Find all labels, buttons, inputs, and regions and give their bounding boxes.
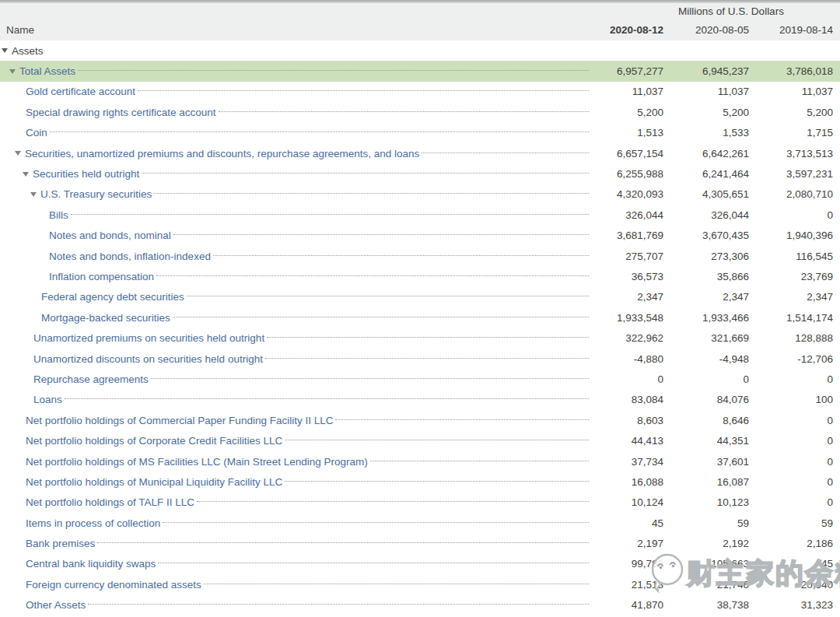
value-cell: 8,646 (663, 415, 749, 426)
value-cell: -12,706 (749, 353, 833, 365)
expander-triangle-icon[interactable] (15, 151, 21, 156)
date-column-header-1: 2020-08-12 (589, 24, 663, 36)
expander-triangle-icon[interactable] (2, 48, 8, 53)
row-label: Bills (49, 209, 68, 221)
row-label: Bank premises (26, 538, 95, 549)
row-name-cell: Securities, unamortized premiums and dis… (0, 148, 589, 160)
value-cell: 16,087 (663, 476, 749, 488)
value-cell: 326,044 (663, 209, 749, 221)
value-cell: 31,323 (749, 599, 833, 611)
row-name-cell: Federal agency debt securities (0, 291, 589, 303)
row-label: Net portfolio holdings of Commercial Pap… (26, 415, 333, 426)
tree-row[interactable]: Securities, unamortized premiums and dis… (0, 143, 840, 163)
dotted-leader (50, 131, 589, 132)
row-label: Notes and bonds, inflation-indexed (49, 251, 211, 262)
table-header: Millions of U.S. Dollars Name 2020-08-12… (0, 3, 840, 40)
tree-row: Repurchase agreements000 (0, 369, 840, 389)
row-label: Items in process of collection (26, 517, 160, 529)
tree-row: Net portfolio holdings of Commercial Pap… (0, 410, 840, 430)
row-name-cell: Foreign currency denominated assets (0, 579, 589, 591)
expander-triangle-icon[interactable] (30, 192, 37, 197)
tree-row[interactable]: Assets (0, 40, 840, 61)
dotted-leader (265, 358, 589, 359)
tree-row: Coin1,5131,5331,715 (0, 123, 840, 143)
value-cell: 45 (749, 558, 833, 570)
expander-triangle-icon[interactable] (9, 69, 16, 74)
value-cell: 83,084 (589, 394, 663, 405)
value-cell: 0 (749, 496, 833, 508)
dotted-leader (97, 542, 589, 543)
value-cell: 2,192 (663, 538, 749, 549)
dotted-leader (151, 378, 589, 379)
row-name-cell: Other Assets (0, 599, 589, 611)
value-cell: 5,200 (589, 107, 663, 118)
value-cell: 3,713,513 (749, 148, 833, 160)
value-cell: 44,413 (589, 435, 663, 447)
row-name-cell: Central bank liquidity swaps (0, 558, 589, 570)
value-cell: 4,305,651 (663, 188, 749, 200)
row-name-cell: Securities held outright (0, 168, 589, 180)
row-label: Unamortized premiums on securities held … (33, 332, 264, 344)
tree-row: Bank premises2,1972,1922,186 (0, 533, 840, 553)
tree-row[interactable]: U.S. Treasury securities4,320,0934,305,6… (0, 184, 840, 205)
value-cell: 6,657,154 (589, 148, 663, 160)
row-label: Notes and bonds, nominal (49, 230, 171, 241)
value-cell: 2,197 (589, 538, 663, 549)
row-name-cell: Loans (0, 394, 589, 405)
expander-triangle-icon[interactable] (23, 172, 29, 177)
tree-row: Unamortized discounts on securities held… (0, 349, 840, 369)
value-cell: 4,320,093 (589, 188, 663, 200)
value-cell: 3,786,018 (749, 65, 833, 77)
dotted-leader (173, 234, 589, 235)
dotted-leader (285, 440, 589, 440)
row-name-cell: Net portfolio holdings of MS Facilities … (0, 456, 589, 468)
row-name-cell: Notes and bonds, nominal (0, 230, 589, 241)
value-cell: 0 (749, 476, 833, 488)
value-cell: 3,681,769 (589, 230, 663, 241)
dotted-leader (71, 214, 589, 215)
row-name-cell: Net portfolio holdings of Corporate Cred… (0, 435, 589, 447)
tree-row: Notes and bonds, inflation-indexed275,70… (0, 246, 840, 266)
row-name-cell: Unamortized discounts on securities held… (0, 353, 589, 365)
tree-row[interactable]: Total Assets6,957,2776,945,2373,786,018 (0, 61, 840, 81)
row-name-cell: Coin (0, 127, 589, 138)
tree-row: Foreign currency denominated assets21,51… (0, 574, 840, 594)
row-label: U.S. Treasury securities (40, 188, 152, 200)
value-cell: 1,933,466 (663, 312, 749, 324)
row-name-cell: Notes and bonds, inflation-indexed (0, 251, 589, 262)
row-name-cell: Total Assets (0, 65, 589, 77)
row-label: Special drawing rights certificate accou… (26, 107, 216, 118)
value-cell: 6,957,277 (589, 65, 663, 77)
value-cell: 0 (749, 373, 833, 385)
row-name-cell: Net portfolio holdings of Commercial Pap… (0, 415, 589, 426)
value-cell: 273,306 (663, 251, 749, 262)
dotted-leader (204, 584, 589, 584)
row-label: Coin (26, 127, 47, 138)
tree-row: Loans83,08484,076100 (0, 390, 840, 410)
value-cell: 1,513 (589, 127, 663, 138)
value-cell: 45 (589, 517, 663, 529)
value-cell: 38,738 (663, 599, 749, 611)
tree-row: Notes and bonds, nominal3,681,7693,670,4… (0, 226, 840, 246)
dotted-leader (142, 173, 589, 174)
value-cell: 99,782 (589, 558, 663, 570)
value-cell: 37,734 (589, 456, 663, 468)
value-cell: 2,347 (749, 291, 833, 303)
row-label: Foreign currency denominated assets (26, 579, 201, 591)
row-label: Net portfolio holdings of Municipal Liqu… (26, 476, 282, 488)
dotted-leader (163, 522, 589, 523)
value-cell: 21,746 (663, 579, 749, 591)
tree-row: Federal agency debt securities2,3472,347… (0, 287, 840, 307)
dotted-leader (88, 604, 589, 605)
value-cell: 21,518 (589, 579, 663, 591)
tree-row: Special drawing rights certificate accou… (0, 102, 840, 122)
value-cell: 1,933,548 (589, 312, 663, 324)
dotted-leader (197, 501, 589, 502)
tree-row: Unamortized premiums on securities held … (0, 328, 840, 348)
value-cell: 23,769 (749, 271, 833, 282)
tree-row: Inflation compensation36,57335,86623,769 (0, 266, 840, 286)
value-cell: 41,870 (589, 599, 663, 611)
row-label: Repurchase agreements (33, 373, 149, 385)
value-cell: 2,186 (749, 538, 833, 549)
tree-row[interactable]: Securities held outright6,255,9886,241,4… (0, 163, 840, 184)
